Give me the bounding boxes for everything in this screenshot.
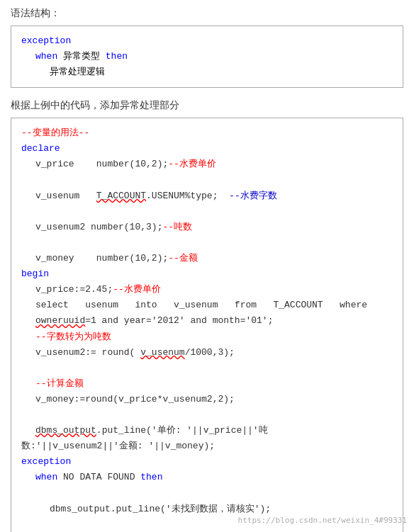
line-vmoney: v_money number(10,2);--金额 [21,251,393,266]
section2-desc: 根据上例中的代码，添加异常处理部分 [11,99,403,112]
vprice-decl: v_price number(10,2); [35,159,168,169]
vusenum2-comment: --吨数 [162,222,192,232]
syntax-line-logic: 异常处理逻辑 [21,64,393,80]
vmoney-calc: v_money:=round(v_price*v_usenum2,2); [35,394,235,404]
comment-money: --计算金额 [35,378,84,389]
dbms-output1: dbms_output.put_line('单价: '||v_price||'吨 [35,425,268,436]
main-code-box: --变量的用法-- declare v_price number(10,2);-… [11,118,403,532]
line-vprice-assign: v_price:=2.45;--水费单价 [21,282,393,298]
select-stmt: select usenum into v_usenum from T_ACCOU… [35,300,367,310]
vprice-comment: --水费单价 [168,159,216,169]
line-exception: exception [21,454,393,470]
dbms-notfound: dbms_output.put_line('未找到数据，请核实'); [50,504,271,514]
line-blank1 [21,173,393,188]
line-begin: begin [21,266,393,282]
watermark: https://blog.csdn.net/weixin_4#99331 [238,516,407,525]
keyword-when: when [35,51,63,62]
vusenum-comment: --水费字数 [229,191,277,201]
line-blank3 [21,235,393,251]
keyword-then2: then [140,472,162,482]
line-vusenum: v_usenum T_ACCOUNT.USENUM%type; --水费字数 [21,188,393,204]
line-usenum2-calc: v_usenum2:= round( v_usenum/1000,3); [21,345,393,361]
line-blank5 [21,407,393,423]
vusenum2-decl: v_usenum2 number(10,3); [35,222,162,232]
line-vprice: v_price number(10,2);--水费单价 [21,157,393,172]
vmoney-decl: v_money number(10,2); [35,253,168,264]
exception-logic: 异常处理逻辑 [50,67,105,77]
line-vusenum2: v_usenum2 number(10,3);--吨数 [21,220,393,235]
select-stmt2: owneruuid=1 and year='2012' and month='0… [35,315,273,326]
usenum2-calc: v_usenum2:= round( v_usenum/1000,3); [35,347,235,358]
keyword-begin: begin [21,268,49,279]
comment-convert: --字数转为为吨数 [35,332,111,342]
comment-variable: --变量的用法-- [21,128,89,138]
line-blank2 [21,204,393,220]
keyword-declare: declare [21,143,60,154]
line-dbms-notfound: dbms_output.put_line('未找到数据，请核实'); [21,502,393,517]
line-select2: owneruuid=1 and year='2012' and month='0… [21,313,393,329]
line-blank4 [21,361,393,376]
syntax-code-box: exception when 异常类型 then 异常处理逻辑 [11,26,403,88]
syntax-line-exception: exception [21,33,393,49]
no-data-found: NO DATA FOUND [57,472,140,482]
vprice-assign: v_price:=2.45; [35,284,113,295]
line-comment-convert: --字数转为为吨数 [21,329,393,345]
keyword-then: then [100,51,128,62]
section1-title: 语法结构： [11,7,403,20]
keyword-when2: when [35,472,57,482]
line-select: select usenum into v_usenum from T_ACCOU… [21,298,393,313]
vprice-assign-comment: --水费单价 [113,284,161,295]
syntax-line-when: when 异常类型 then [21,49,393,64]
exception-type: 异常类型 [63,51,100,62]
vusenum-decl: v_usenum T_ACCOUNT.USENUM%type; [35,191,229,201]
line-comment-money: --计算金额 [21,376,393,392]
line-when-nodata: when NO DATA FOUND then [21,470,393,485]
line-dbms2: 数:'||v_usenum2||'金额: '||v_money); [21,438,393,454]
line-blank6 [21,485,393,501]
keyword-exception: exception [21,35,71,46]
line-declare: declare [21,141,393,157]
line-dbms1: dbms_output.put_line('单价: '||v_price||'吨 [21,423,393,438]
vmoney-comment: --金额 [168,253,198,264]
line-comment-var: --变量的用法-- [21,125,393,141]
line-vmoney-calc: v_money:=round(v_price*v_usenum2,2); [21,392,393,407]
keyword-exception2: exception [21,456,71,467]
dbms-output2: 数:'||v_usenum2||'金额: '||v_money); [21,441,215,451]
